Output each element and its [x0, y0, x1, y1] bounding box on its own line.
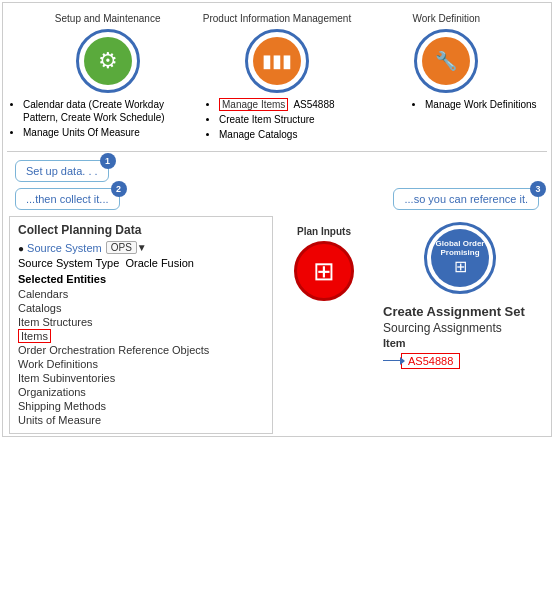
bullet-units: Manage Units Of Measure — [23, 126, 171, 139]
bullet-manage-items: Manage Items AS54888 — [219, 98, 377, 111]
wrench-icon: 🔧 — [435, 50, 457, 72]
calendar-grid-icon: ⊞ — [454, 257, 467, 276]
gop-circle-wrap: Global OrderPromising ⊞ — [383, 222, 537, 294]
gop-inner-circle: Global OrderPromising ⊞ — [431, 229, 489, 287]
bullets-col3: Manage Work Definitions — [413, 98, 543, 143]
module-pim: Product Information Management ▮▮▮ — [202, 13, 352, 93]
bullet-catalogs: Manage Catalogs — [219, 128, 377, 141]
entity-items[interactable]: Items — [18, 329, 51, 343]
entity-organizations: Organizations — [18, 385, 264, 399]
gear-icon: ⚙ — [98, 48, 118, 74]
module-pim-title: Product Information Management — [203, 13, 351, 25]
source-system-select[interactable]: OPS — [106, 241, 137, 254]
module-pim-circle: ▮▮▮ — [245, 29, 309, 93]
entity-catalogs: Catalogs — [18, 301, 264, 315]
plan-inputs-label: Plan Inputs — [297, 226, 351, 237]
entity-shipping-methods: Shipping Methods — [18, 399, 264, 413]
entity-calendars: Calendars — [18, 287, 264, 301]
module-setup-icon-bg: ⚙ — [84, 37, 132, 85]
barcode-icon: ▮▮▮ — [262, 50, 292, 72]
module-setup-circle: ⚙ — [76, 29, 140, 93]
module-workdef: Work Definition 🔧 — [371, 13, 521, 93]
selected-entities-label: Selected Entities — [18, 273, 264, 285]
source-system-label: ● Source System — [18, 242, 102, 254]
bullet-item-structure: Create Item Structure — [219, 113, 377, 126]
step1-badge: 1 — [100, 153, 116, 169]
entity-units-of-measure: Units of Measure — [18, 413, 264, 427]
step3-bubble: ...so you can reference it. 3 — [393, 188, 539, 210]
bullets-col2: Manage Items AS54888 Create Item Structu… — [207, 98, 377, 143]
step3-badge: 3 — [530, 181, 546, 197]
gop-details: Create Assignment Set Sourcing Assignmen… — [383, 304, 525, 369]
step2-bubble: ...then collect it... 2 — [15, 188, 120, 210]
step2-row: ...then collect it... 2 ...so you can re… — [3, 186, 551, 212]
module-workdef-title: Work Definition — [413, 13, 481, 25]
module-setup-title: Setup and Maintenance — [55, 13, 161, 25]
gop-outer-circle: Global OrderPromising ⊞ — [424, 222, 496, 294]
entity-item-structures: Item Structures — [18, 315, 264, 329]
manage-items-badge: Manage Items — [219, 98, 288, 111]
select-arrow-icon: ▼ — [137, 242, 147, 253]
modules-row: Setup and Maintenance ⚙ Product Informat… — [3, 3, 551, 98]
module-pim-icon-bg: ▮▮▮ — [253, 37, 301, 85]
step3-label: ...so you can reference it. — [404, 193, 528, 205]
step2-badge: 2 — [111, 181, 127, 197]
arrow-row: AS54888 — [383, 351, 525, 369]
collect-title: Collect Planning Data — [18, 223, 264, 237]
collect-panel: Collect Planning Data ● Source System OP… — [9, 216, 273, 434]
step1-label: Set up data. . . — [26, 165, 98, 177]
bullet-calendar: Calendar data (Create Workday Pattern, C… — [23, 98, 171, 124]
source-system-row: ● Source System OPS ▼ — [18, 241, 264, 254]
gop-create-label: Create Assignment Set — [383, 304, 525, 319]
entity-item-subinventories: Item Subinventories — [18, 371, 264, 385]
bottom-main: Collect Planning Data ● Source System OP… — [3, 214, 551, 436]
bullets-area: Calendar data (Create Workday Pattern, C… — [3, 98, 551, 147]
bullets-col1: Calendar data (Create Workday Pattern, C… — [11, 98, 171, 143]
entity-ooro: Order Orchestration Reference Objects — [18, 343, 264, 357]
gop-circle-title: Global OrderPromising — [436, 240, 485, 258]
entity-list: Calendars Catalogs Item Structures Items… — [18, 287, 264, 427]
step1-row: Set up data. . . 1 — [3, 156, 551, 186]
gop-item-label: Item — [383, 337, 525, 349]
source-type-row: Source System Type Oracle Fusion — [18, 257, 264, 269]
plan-inputs-circle: ⊞ — [294, 241, 354, 301]
gop-item-value: AS54888 — [401, 353, 460, 369]
gop-sourcing-label: Sourcing Assignments — [383, 321, 525, 335]
bullet-work-def: Manage Work Definitions — [425, 98, 543, 111]
step2-label: ...then collect it... — [26, 193, 109, 205]
plan-inputs-area: Plan Inputs ⊞ — [279, 216, 369, 434]
plan-inputs-icon: ⊞ — [313, 256, 335, 287]
step1-bubble: Set up data. . . 1 — [15, 160, 109, 182]
module-setup: Setup and Maintenance ⚙ — [33, 13, 183, 93]
module-workdef-circle: 🔧 — [414, 29, 478, 93]
arrow-line — [383, 360, 401, 361]
entity-work-definitions: Work Definitions — [18, 357, 264, 371]
gop-panel: Global OrderPromising ⊞ Create Assignmen… — [375, 216, 545, 434]
module-workdef-icon-bg: 🔧 — [422, 37, 470, 85]
as54888-top: AS54888 — [293, 99, 334, 110]
